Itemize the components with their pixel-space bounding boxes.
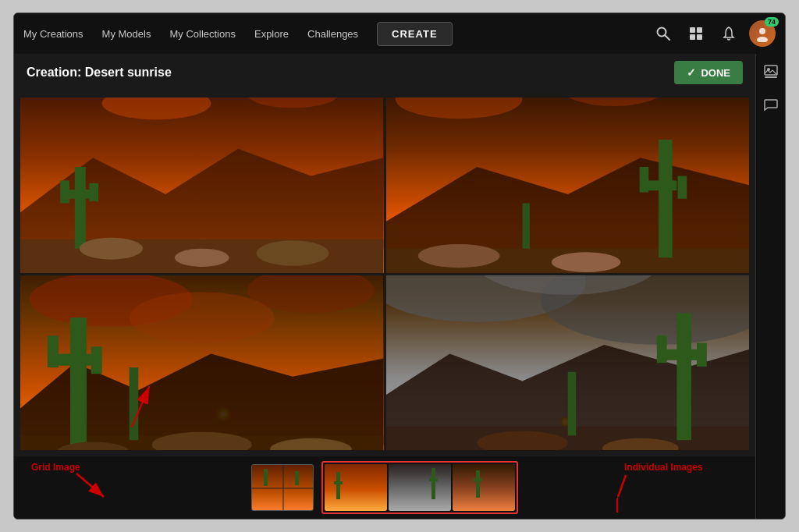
- individual-thumbnails-group: [321, 461, 518, 514]
- gallery-side-button[interactable]: [759, 60, 783, 83]
- svg-line-1: [666, 36, 670, 41]
- svg-rect-43: [48, 335, 59, 367]
- svg-rect-74: [431, 468, 435, 499]
- svg-rect-78: [474, 478, 482, 481]
- svg-rect-14: [60, 180, 69, 203]
- svg-rect-70: [325, 464, 387, 511]
- nav-my-models[interactable]: My Models: [102, 28, 151, 40]
- gallery-icon: [763, 64, 779, 80]
- svg-rect-69: [295, 471, 299, 485]
- svg-rect-77: [476, 470, 480, 498]
- grid-view-button[interactable]: [684, 21, 708, 46]
- svg-point-6: [759, 28, 765, 34]
- chat-side-button[interactable]: [759, 93, 783, 116]
- nav-my-collections[interactable]: My Collections: [169, 28, 236, 40]
- svg-point-7: [757, 37, 768, 42]
- svg-rect-72: [334, 481, 343, 484]
- image-cell-bottom-left[interactable]: [20, 275, 384, 451]
- nav-explore[interactable]: Explore: [254, 28, 289, 40]
- image-grid-container: [14, 91, 755, 456]
- svg-rect-5: [697, 34, 702, 40]
- notification-badge: 74: [765, 17, 779, 27]
- avatar-button[interactable]: 74: [749, 20, 776, 47]
- svg-rect-61: [697, 342, 707, 366]
- svg-rect-59: [662, 349, 696, 360]
- svg-point-38: [130, 292, 275, 342]
- image-grid: [20, 98, 749, 450]
- svg-rect-75: [429, 478, 438, 481]
- svg-rect-29: [522, 204, 529, 249]
- app-window: My Creations My Models My Collections Ex…: [13, 12, 786, 520]
- create-button[interactable]: CREATE: [377, 22, 452, 46]
- svg-rect-28: [677, 176, 687, 199]
- svg-rect-25: [659, 140, 672, 257]
- image-cell-top-left[interactable]: [20, 98, 384, 273]
- svg-line-81: [76, 473, 104, 497]
- svg-rect-58: [676, 313, 691, 440]
- nav-my-creations[interactable]: My Creations: [23, 28, 83, 40]
- bell-icon: [721, 26, 737, 41]
- svg-text:Grid Image: Grid Image: [31, 462, 80, 473]
- svg-rect-45: [130, 367, 139, 440]
- svg-rect-62: [567, 371, 575, 434]
- svg-text:Individual Images: Individual Images: [624, 462, 703, 473]
- svg-point-18: [257, 240, 329, 266]
- svg-rect-76: [453, 464, 515, 511]
- svg-rect-12: [75, 167, 86, 249]
- svg-rect-71: [336, 472, 340, 499]
- done-button[interactable]: DONE: [674, 61, 743, 84]
- svg-rect-2: [690, 27, 695, 33]
- nav-links: My Creations My Models My Collections Ex…: [23, 22, 453, 46]
- top-nav: My Creations My Models My Collections Ex…: [14, 13, 785, 54]
- svg-rect-44: [91, 346, 102, 374]
- svg-rect-86: [765, 76, 777, 78]
- svg-rect-4: [690, 34, 695, 40]
- side-panel: [755, 54, 785, 519]
- thumbnail-grid-image[interactable]: [251, 464, 314, 511]
- nav-challenges[interactable]: Challenges: [307, 28, 358, 40]
- notifications-button[interactable]: [716, 21, 741, 46]
- svg-rect-68: [264, 469, 268, 486]
- content-area: Creation: Desert sunrise DONE: [14, 54, 785, 519]
- search-icon: [655, 26, 671, 41]
- svg-rect-26: [645, 180, 676, 190]
- chat-icon: [763, 97, 779, 112]
- svg-point-30: [417, 244, 499, 268]
- grid-icon: [688, 26, 704, 41]
- svg-rect-60: [656, 335, 666, 363]
- svg-point-31: [551, 252, 620, 272]
- title-name: Desert sunrise: [85, 66, 172, 79]
- thumbnail-individual-1[interactable]: [325, 464, 387, 511]
- svg-rect-27: [639, 167, 648, 193]
- image-cell-bottom-right[interactable]: [386, 275, 750, 451]
- image-cell-top-right[interactable]: [386, 98, 750, 273]
- creation-title: Creation: Desert sunrise: [27, 66, 172, 80]
- thumbnail-individual-2[interactable]: [389, 464, 451, 511]
- svg-rect-73: [389, 464, 451, 511]
- bottom-strip: Grid Image Individual Images: [14, 456, 755, 519]
- title-prefix: Creation:: [27, 66, 85, 79]
- svg-line-84: [618, 475, 626, 497]
- creation-header: Creation: Desert sunrise DONE: [14, 54, 755, 91]
- search-button[interactable]: [651, 21, 676, 46]
- nav-icons: 74: [651, 20, 776, 47]
- svg-rect-3: [697, 27, 702, 33]
- thumbnail-individual-3[interactable]: [453, 464, 515, 511]
- svg-rect-41: [70, 317, 87, 450]
- svg-point-17: [175, 249, 229, 267]
- svg-rect-42: [55, 353, 91, 365]
- svg-rect-13: [66, 190, 93, 199]
- svg-rect-15: [89, 183, 98, 201]
- main-panel: Creation: Desert sunrise DONE: [14, 54, 755, 519]
- svg-point-16: [80, 238, 143, 260]
